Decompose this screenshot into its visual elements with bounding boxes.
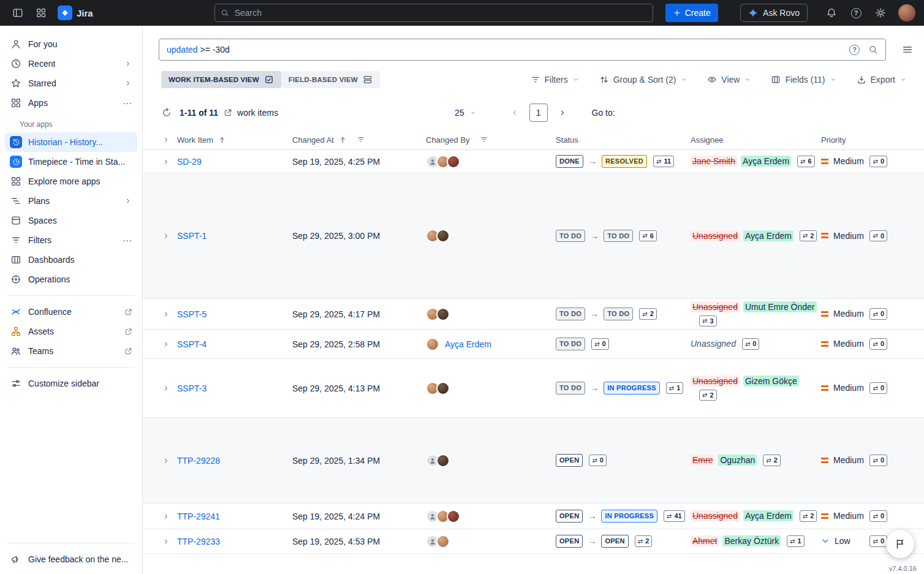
table-row[interactable]: TTP-29241 Sep 19, 2025, 4:24 PM OPEN → I… [143, 504, 924, 529]
sidebar-item-for-you[interactable]: For you [5, 34, 137, 54]
group-sort-dropdown[interactable]: Group & Sort (2) [599, 75, 688, 85]
megaphone-icon [10, 553, 22, 565]
open-in-new-icon[interactable] [224, 108, 232, 117]
more-options-icon[interactable]: ⋯ [123, 99, 132, 108]
priority-change-count-badge: ⇄0 [869, 535, 887, 546]
jql-query-input[interactable]: updated >= -30d ? [159, 39, 886, 61]
column-header-changed-at[interactable]: Changed At [292, 135, 426, 145]
swap-icon: ⇄ [642, 232, 647, 240]
settings-button[interactable] [871, 4, 890, 22]
filters-dropdown[interactable]: Filters [531, 75, 580, 85]
column-filter-icon[interactable] [480, 135, 488, 144]
user-avatar[interactable] [898, 4, 915, 21]
table-row[interactable]: SSPT-1 Sep 29, 2025, 3:00 PM TO DO → TO … [143, 173, 924, 299]
collapse-sidebar-button[interactable] [9, 4, 27, 22]
status-to-badge: TO DO [604, 230, 633, 242]
column-filter-icon[interactable] [357, 135, 365, 144]
expand-row-chevron-icon[interactable] [162, 310, 170, 319]
sidebar-item-timepiece[interactable]: Timepiece - Time in Sta... [5, 152, 137, 172]
changed-by-name-link[interactable]: Ayça Erdem [445, 339, 491, 349]
columns-icon [771, 75, 781, 85]
work-item-link[interactable]: SSPT-1 [177, 231, 206, 241]
field-based-view-tab[interactable]: FIELD-BASED VIEW [281, 71, 380, 88]
export-dropdown[interactable]: Export [857, 75, 907, 85]
sidebar-item-operations[interactable]: Operations [5, 270, 137, 289]
ask-rovo-button[interactable]: Ask Rovo [740, 4, 808, 22]
global-search[interactable] [214, 4, 653, 22]
sidebar-item-filters[interactable]: Filters ⋯ [5, 230, 137, 250]
query-menu-icon[interactable] [902, 44, 913, 55]
historian-app-icon [10, 136, 22, 148]
sidebar-item-confluence[interactable]: Confluence [5, 302, 137, 322]
expand-row-chevron-icon[interactable] [162, 232, 170, 240]
table-row[interactable]: TTP-29228 Sep 29, 2025, 1:34 PM OPEN ⇄0 … [143, 418, 924, 504]
sidebar-item-assets[interactable]: Assets [5, 322, 137, 341]
assignee-old-value: Unassigned [691, 230, 740, 241]
sidebar-item-starred[interactable]: Starred [5, 74, 137, 93]
expand-row-chevron-icon[interactable] [162, 537, 170, 546]
chevron-right-icon[interactable] [124, 197, 132, 205]
expand-all-chevron-icon[interactable] [162, 135, 170, 144]
work-item-link[interactable]: SSPT-3 [177, 383, 206, 393]
table-row[interactable]: TTP-29233 Sep 19, 2025, 4:53 PM OPEN → O… [143, 529, 924, 554]
table-row[interactable]: SD-29 Sep 19, 2025, 4:25 PM DONE → RESOL… [143, 150, 924, 173]
feedback-fab-button[interactable] [886, 530, 914, 558]
work-item-link[interactable]: TTP-29228 [177, 456, 220, 466]
avatar [436, 382, 450, 395]
changed-by-avatars [426, 338, 439, 351]
sidebar-item-historian[interactable]: Historian - History... [5, 132, 137, 152]
create-button[interactable]: Create [665, 4, 718, 22]
sidebar-item-explore-apps[interactable]: Explore more apps [5, 172, 137, 191]
work-item-based-view-tab[interactable]: WORK ITEM-BASED VIEW [161, 71, 281, 88]
page-size-select[interactable]: 25 [455, 108, 477, 118]
changed-by-avatars [426, 382, 450, 395]
sidebar-item-plans[interactable]: Plans [5, 191, 137, 211]
query-help-icon[interactable]: ? [849, 45, 860, 55]
sidebar-item-spaces[interactable]: Spaces [5, 211, 137, 230]
refresh-button[interactable] [162, 108, 172, 118]
work-item-link[interactable]: SD-29 [177, 157, 202, 167]
column-header-work-item[interactable]: Work Item [177, 135, 292, 145]
expand-row-chevron-icon[interactable] [162, 384, 170, 393]
jira-home-link[interactable]: Jira [58, 6, 93, 20]
table-row[interactable]: SSPT-4 Sep 29, 2025, 2:58 PM Ayça Erdem … [143, 330, 924, 359]
chevron-right-icon[interactable] [124, 59, 132, 68]
more-options-icon[interactable]: ⋯ [123, 236, 132, 245]
expand-row-chevron-icon[interactable] [162, 157, 170, 166]
work-item-link[interactable]: TTP-29233 [177, 537, 220, 546]
app-switcher-button[interactable] [32, 4, 50, 22]
expand-row-chevron-icon[interactable] [162, 512, 170, 521]
sidebar-item-apps[interactable]: Apps ⋯ [5, 93, 137, 113]
status-arrow-icon: → [588, 511, 596, 521]
view-dropdown[interactable]: View [707, 75, 751, 85]
teams-icon [10, 345, 22, 357]
sidebar-item-recent[interactable]: Recent [5, 54, 137, 74]
search-input[interactable] [214, 4, 653, 22]
query-search-icon[interactable] [868, 45, 878, 55]
changed-by-avatars [426, 229, 450, 243]
table-row[interactable]: SSPT-3 Sep 29, 2025, 4:13 PM TO DO → IN … [143, 359, 924, 418]
expand-row-chevron-icon[interactable] [162, 456, 170, 465]
sidebar-item-teams[interactable]: Teams [5, 341, 137, 361]
chevron-right-icon[interactable] [124, 79, 132, 88]
changed-by-avatars [426, 454, 450, 467]
fields-dropdown[interactable]: Fields (11) [771, 75, 836, 85]
current-page-indicator[interactable]: 1 [529, 104, 548, 122]
expand-row-chevron-icon[interactable] [162, 340, 170, 349]
column-header-priority[interactable]: Priority [821, 135, 924, 145]
sidebar-item-dashboards[interactable]: Dashboards [5, 250, 137, 270]
clock-icon [10, 58, 22, 70]
notifications-button[interactable] [822, 4, 841, 22]
sidebar-item-customize[interactable]: Customize sidebar [5, 374, 137, 393]
help-button[interactable]: ? [847, 4, 865, 22]
column-header-status[interactable]: Status [556, 135, 691, 145]
work-item-link[interactable]: TTP-29241 [177, 512, 220, 521]
previous-page-button[interactable] [510, 108, 520, 118]
next-page-button[interactable] [558, 108, 567, 118]
work-item-link[interactable]: SSPT-5 [177, 309, 206, 319]
column-header-assignee[interactable]: Assignee [691, 135, 821, 145]
table-row[interactable]: SSPT-5 Sep 29, 2025, 4:17 PM TO DO → TO … [143, 299, 924, 330]
column-header-changed-by[interactable]: Changed By [426, 135, 556, 145]
sidebar-item-feedback[interactable]: Give feedback on the ne... [5, 549, 137, 569]
work-item-link[interactable]: SSPT-4 [177, 339, 206, 349]
